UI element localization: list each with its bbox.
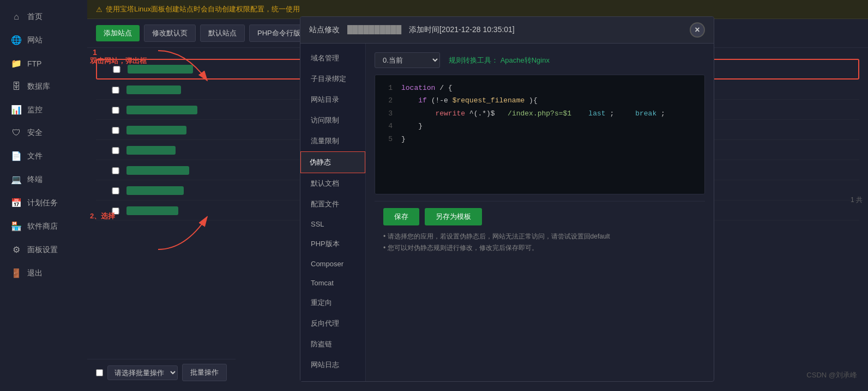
sidebar-item-home[interactable]: ⌂ 首页 [0,5,87,28]
annotation-1-label: 1 [93,48,97,57]
select-all-checkbox[interactable] [96,369,103,376]
save-button[interactable]: 保存 [383,208,419,225]
sidebar-item-files[interactable]: 📄 文件 [0,144,87,168]
notice-list: 请选择您的应用，若设置伪静态后，网站无法正常访问，请尝试设置回default 您… [383,231,696,254]
website-icon: 🌐 [11,35,22,45]
settings-icon: ⚙ [11,245,22,255]
nav-pseudo-static[interactable]: 伪静态 [300,151,365,173]
appstore-icon: 🏪 [11,221,22,231]
modal-title-domain: ██████████ [347,25,401,34]
close-modal-button[interactable]: × [690,22,705,38]
cron-icon: 📅 [11,198,22,208]
home-icon: ⌂ [11,12,22,22]
code-line-3: 3 rewrite ^(.*)$ /index.php?s=$1 last ; … [382,107,698,120]
security-icon: 🛡 [11,128,22,138]
nav-redirect[interactable]: 重定向 [300,292,365,313]
nav-site-dir[interactable]: 网站目录 [300,89,365,110]
files-icon: 📄 [11,151,22,161]
modal-footer: 保存 另存为模板 请选择您的应用，若设置伪静态后，网站无法正常访问，请尝试设置回… [375,201,705,260]
row-checkbox[interactable] [105,107,126,114]
code-line-4: 4 } [382,120,698,132]
modal-title: 站点修改 ██████████ 添加时间[2021-12-28 10:35:01… [309,25,515,35]
row-checkbox[interactable] [105,127,126,134]
sidebar-item-website[interactable]: 🌐 网站 [0,28,87,52]
row-checkbox[interactable] [105,187,126,194]
nav-site-log[interactable]: 网站日志 [300,355,365,375]
sidebar-item-cron[interactable]: 📅 计划任务 [0,191,87,215]
nav-default-doc[interactable]: 默认文档 [300,173,365,194]
batch-select[interactable]: 请选择批量操作 [107,365,178,380]
pagination: 1 共 [851,196,863,205]
watermark: CSDN @刘承峰 [806,370,857,380]
arrow-1 [153,48,218,91]
terminal-icon: 💻 [11,174,22,185]
code-editor[interactable]: 1 location / { 2 if (!-e $request_filena… [375,75,705,194]
nav-hotlink-protect[interactable]: 防盗链 [300,334,365,355]
site-name-blurred [126,166,189,175]
panel-top-controls: 0.当前 规则转换工具： Apache转Nginx [375,52,705,68]
modal-body: 域名管理 子目录绑定 网站目录 访问限制 流量限制 伪静态 默认文档 配置文件 [300,44,714,381]
sidebar-item-ftp[interactable]: 📁 FTP [0,52,87,75]
site-name-blurred [126,106,197,114]
modal-panel: 0.当前 规则转换工具： Apache转Nginx 1 location / { [366,44,714,381]
nav-composer[interactable]: Composer [300,254,365,273]
monitor-icon: 📊 [11,105,22,115]
bottom-bar: 请选择批量操作 批量操作 [87,359,236,386]
logout-icon: 🚪 [11,268,22,278]
nav-php-version[interactable]: PHP版本 [300,234,365,254]
sidebar: ⌂ 首页 🌐 网站 📁 FTP 🗄 数据库 📊 监控 🛡 安全 📄 文件 💻 终… [0,0,87,391]
add-site-button[interactable]: 添加站点 [96,25,140,41]
modify-default-button[interactable]: 修改默认页 [144,25,196,42]
site-name-blurred [126,146,176,155]
database-icon: 🗄 [11,82,22,91]
annotation-1-desc: 双击网站，弹出框 [90,56,147,66]
save-template-button[interactable]: 另存为模板 [425,208,482,225]
notice-item-2: 您可以对伪静态规则进行修改，修改完后保存即可。 [383,242,696,254]
code-line-2: 2 if (!-e $request_filename ){ [382,94,698,107]
modal-nav: 域名管理 子目录绑定 网站目录 访问限制 流量限制 伪静态 默认文档 配置文件 [300,44,366,381]
sidebar-item-database[interactable]: 🗄 数据库 [0,75,87,98]
row-checkbox[interactable] [105,147,126,154]
nav-config-file[interactable]: 配置文件 [300,194,365,215]
row-checkbox[interactable] [106,66,128,73]
site-edit-modal: 站点修改 ██████████ 添加时间[2021-12-28 10:35:01… [300,16,714,382]
sidebar-item-monitor[interactable]: 📊 监控 [0,98,87,121]
nav-subdir-bind[interactable]: 子目录绑定 [300,69,365,89]
notice-item-1: 请选择您的应用，若设置伪静态后，网站无法正常访问，请尝试设置回default [383,231,696,242]
version-select[interactable]: 0.当前 [375,52,440,68]
row-checkbox[interactable] [105,167,126,174]
nav-traffic-limit[interactable]: 流量限制 [300,131,365,151]
code-line-5: 5 } [382,133,698,145]
sidebar-item-appstore[interactable]: 🏪 软件商店 [0,215,87,238]
sidebar-item-security[interactable]: 🛡 安全 [0,121,87,144]
site-name-blurred [126,186,184,195]
arrow-2 [153,211,218,255]
nav-tomcat[interactable]: Tomcat [300,273,365,292]
code-line-1: 1 location / { [382,82,698,94]
sidebar-item-logout[interactable]: 🚪 退出 [0,261,87,285]
nav-domain-management[interactable]: 域名管理 [300,48,365,69]
convert-tool-label: 规则转换工具： Apache转Nginx [449,56,550,65]
ftp-icon: 📁 [11,58,22,69]
annotation-2-desc: 2、选择 [90,211,115,221]
nav-reverse-proxy[interactable]: 反向代理 [300,313,365,334]
row-checkbox[interactable] [105,87,126,94]
modal-header: 站点修改 ██████████ 添加时间[2021-12-28 10:35:01… [300,17,714,44]
nav-ssl[interactable]: SSL [300,215,365,234]
sidebar-item-terminal[interactable]: 💻 终端 [0,168,87,191]
site-name-blurred [126,126,186,135]
default-site-button[interactable]: 默认站点 [200,25,245,42]
sidebar-item-settings[interactable]: ⚙ 面板设置 [0,238,87,261]
batch-btn[interactable]: 批量操作 [182,364,227,381]
footer-buttons: 保存 另存为模板 [383,208,696,225]
warning-icon: ⚠ [96,5,103,14]
nav-access-limit[interactable]: 访问限制 [300,110,365,131]
